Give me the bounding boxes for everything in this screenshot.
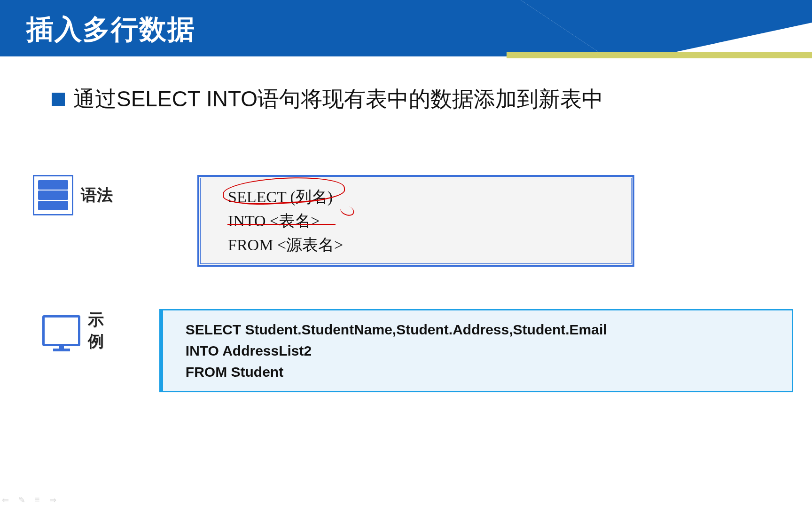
subtitle-row: 通过SELECT INTO语句将现有表中的数据添加到新表中 bbox=[52, 85, 793, 114]
subtitle-text: 通过SELECT INTO语句将现有表中的数据添加到新表中 bbox=[73, 85, 603, 114]
pen-icon[interactable]: ✎ bbox=[18, 495, 25, 505]
menu-icon[interactable]: ≡ bbox=[35, 495, 40, 505]
nav-forward-icon[interactable]: ⇒ bbox=[49, 495, 56, 505]
slide-content: 通过SELECT INTO语句将现有表中的数据添加到新表中 语法 SELECT … bbox=[0, 56, 812, 392]
syntax-section: 语法 SELECT (列名) INTO <表名> FROM <源表名> bbox=[33, 175, 793, 267]
example-section: 示例 SELECT Student.StudentName,Student.Ad… bbox=[42, 309, 793, 392]
slide-header: 插入多行数据 bbox=[0, 0, 812, 56]
example-line-2: INTO AddressList2 bbox=[186, 340, 769, 361]
syntax-line-3: FROM <源表名> bbox=[228, 233, 604, 257]
syntax-line-1: SELECT (列名) bbox=[228, 185, 604, 209]
example-label: 示例 bbox=[88, 309, 118, 352]
annotation-underline bbox=[227, 224, 336, 225]
example-box: SELECT Student.StudentName,Student.Addre… bbox=[159, 309, 793, 392]
nav-back-icon[interactable]: ⇐ bbox=[2, 495, 9, 505]
bullet-icon bbox=[52, 93, 65, 106]
server-icon bbox=[33, 175, 73, 215]
syntax-label-group: 语法 bbox=[33, 175, 113, 215]
syntax-label: 语法 bbox=[81, 184, 113, 206]
syntax-box: SELECT (列名) INTO <表名> FROM <源表名> bbox=[197, 175, 634, 267]
syntax-line-2: INTO <表名> bbox=[228, 209, 604, 233]
example-line-1: SELECT Student.StudentName,Student.Addre… bbox=[186, 319, 769, 340]
slide-title: 插入多行数据 bbox=[26, 11, 195, 48]
example-line-3: FROM Student bbox=[186, 361, 769, 382]
syntax-code: SELECT (列名) INTO <表名> FROM <源表名> bbox=[200, 178, 632, 264]
monitor-icon bbox=[42, 315, 80, 346]
bottom-toolbar: ⇐ ✎ ≡ ⇒ bbox=[2, 495, 56, 505]
example-label-group: 示例 bbox=[42, 309, 118, 352]
